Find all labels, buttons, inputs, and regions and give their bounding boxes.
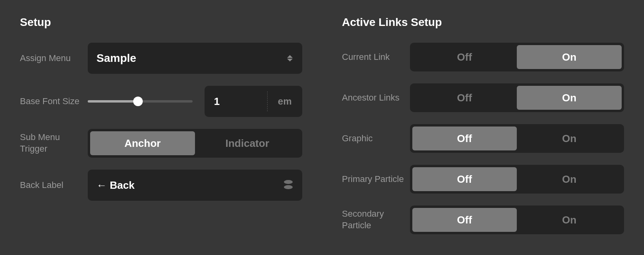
- base-font-unit-select[interactable]: em: [267, 91, 302, 111]
- setup-title: Setup: [20, 16, 302, 29]
- sub-menu-trigger-anchor[interactable]: Anchor: [90, 131, 195, 155]
- back-label-label: Back Label: [20, 180, 88, 191]
- sub-menu-trigger-label: Sub Menu Trigger: [20, 132, 88, 154]
- ancestor-links-toggle: Off On: [410, 83, 624, 112]
- current-link-off[interactable]: Off: [412, 45, 517, 69]
- base-font-label: Base Font Size: [20, 96, 88, 107]
- base-font-value-input[interactable]: 1: [205, 95, 267, 108]
- graphic-on[interactable]: On: [517, 127, 622, 150]
- database-icon[interactable]: [284, 180, 293, 190]
- base-font-slider[interactable]: [88, 100, 193, 103]
- secondary-particle-toggle: Off On: [410, 206, 624, 234]
- current-link-label: Current Link: [342, 51, 410, 63]
- back-label-input[interactable]: ← Back: [88, 170, 302, 201]
- ancestor-links-off[interactable]: Off: [412, 86, 517, 110]
- row-sub-menu-trigger: Sub Menu Trigger Anchor Indicator: [20, 129, 302, 158]
- row-secondary-particle: Secondary Particle Off On: [342, 206, 624, 234]
- active-links-section: Active Links Setup Current Link Off On A…: [342, 16, 624, 239]
- row-assign-menu: Assign Menu Sample: [20, 43, 302, 74]
- current-link-on[interactable]: On: [517, 45, 622, 69]
- row-ancestor-links: Ancestor Links Off On: [342, 83, 624, 112]
- graphic-toggle: Off On: [410, 124, 624, 153]
- chevron-updown-icon: [287, 55, 293, 61]
- sub-menu-trigger-toggle: Anchor Indicator: [88, 129, 302, 158]
- secondary-particle-on[interactable]: On: [517, 208, 622, 232]
- primary-particle-on[interactable]: On: [517, 167, 622, 191]
- primary-particle-label: Primary Particle: [342, 174, 410, 185]
- sub-menu-trigger-indicator[interactable]: Indicator: [195, 131, 300, 155]
- row-graphic: Graphic Off On: [342, 124, 624, 153]
- secondary-particle-off[interactable]: Off: [412, 208, 517, 232]
- active-links-title: Active Links Setup: [342, 16, 624, 29]
- setup-section: Setup Assign Menu Sample Base Font Size …: [20, 16, 302, 239]
- slider-thumb[interactable]: [133, 97, 143, 106]
- base-font-number-box: 1 em: [205, 86, 302, 117]
- row-base-font-size: Base Font Size 1 em: [20, 86, 302, 117]
- assign-menu-select[interactable]: Sample: [88, 43, 302, 74]
- row-back-label: Back Label ← Back: [20, 170, 302, 201]
- row-current-link: Current Link Off On: [342, 43, 624, 71]
- slider-fill: [88, 100, 138, 103]
- assign-menu-label: Assign Menu: [20, 53, 88, 64]
- graphic-label: Graphic: [342, 133, 410, 144]
- ancestor-links-label: Ancestor Links: [342, 92, 410, 104]
- ancestor-links-on[interactable]: On: [517, 86, 622, 110]
- row-primary-particle: Primary Particle Off On: [342, 165, 624, 194]
- graphic-off[interactable]: Off: [412, 127, 517, 150]
- current-link-toggle: Off On: [410, 43, 624, 71]
- primary-particle-off[interactable]: Off: [412, 167, 517, 191]
- secondary-particle-label: Secondary Particle: [342, 208, 410, 231]
- assign-menu-value: Sample: [97, 52, 136, 65]
- back-label-value: ← Back: [97, 179, 134, 192]
- primary-particle-toggle: Off On: [410, 165, 624, 194]
